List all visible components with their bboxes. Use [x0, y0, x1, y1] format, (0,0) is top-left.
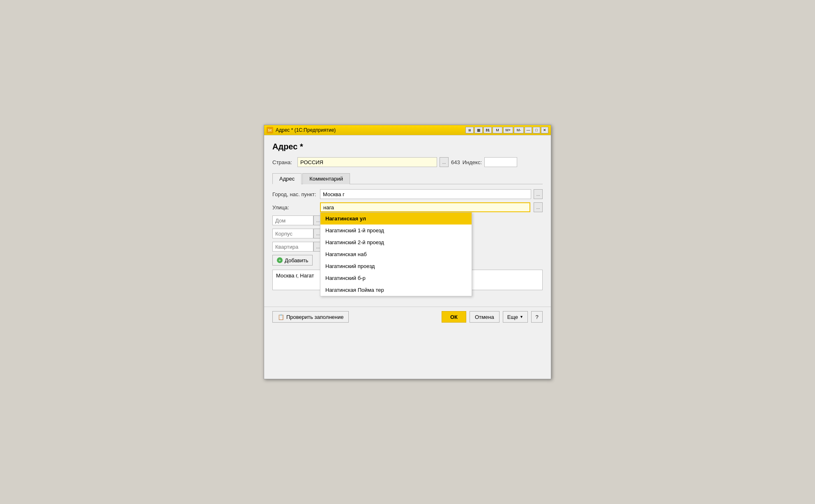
- check-button-label: Проверить заполнение: [286, 314, 343, 320]
- flat-input[interactable]: [272, 242, 313, 252]
- tabs-bar: Адрес Комментарий: [272, 173, 543, 184]
- city-input[interactable]: [320, 189, 531, 199]
- country-row: Страна: ... 643 Индекс:: [272, 157, 543, 167]
- add-icon: +: [277, 257, 283, 263]
- window-title: Адрес * (1С:Предприятие): [276, 127, 463, 133]
- dropdown-item-1[interactable]: Нагатинский 1-й проезд: [320, 225, 472, 236]
- more-button[interactable]: Еще ▼: [503, 311, 528, 323]
- add-button[interactable]: + Добавить: [272, 255, 313, 266]
- tb-mminus[interactable]: M-: [514, 127, 524, 133]
- dropdown-item-5[interactable]: Нагатинский б-р: [320, 272, 472, 284]
- close-button[interactable]: ✕: [541, 127, 548, 133]
- cancel-button[interactable]: Отмена: [470, 311, 500, 323]
- tab-address[interactable]: Адрес: [272, 173, 302, 184]
- form-title: Адрес *: [272, 142, 543, 151]
- street-label: Улица:: [272, 204, 318, 211]
- country-label: Страна:: [272, 159, 295, 165]
- street-row: Улица: Нагатинская ул Нагатинский 1-й пр…: [272, 202, 543, 212]
- maximize-button[interactable]: □: [533, 127, 540, 133]
- footer-left: 📋 Проверить заполнение: [272, 311, 438, 323]
- dropdown-item-3[interactable]: Нагатинская наб: [320, 248, 472, 260]
- chevron-down-icon: ▼: [520, 315, 523, 319]
- summary-text: Москва г, Нагат: [276, 273, 314, 279]
- app-icon: 1с: [267, 127, 273, 133]
- dropdown-item-6[interactable]: Нагатинская Пойма тер: [320, 284, 472, 296]
- korpus-input[interactable]: [272, 229, 313, 238]
- street-wrapper: Нагатинская ул Нагатинский 1-й проезд На…: [320, 202, 530, 212]
- add-button-label: Добавить: [285, 257, 308, 263]
- tb-icon2[interactable]: ▦: [474, 127, 483, 133]
- address-section: Город, нас. пункт: ... Улица: Нагатинска…: [272, 189, 543, 300]
- country-code: 643: [451, 159, 460, 165]
- tb-mplus[interactable]: M+: [503, 127, 513, 133]
- title-bar: 1с Адрес * (1С:Предприятие) ⊞ ▦ 31 M M+ …: [264, 125, 551, 135]
- tb-icon3[interactable]: 31: [483, 127, 492, 133]
- street-input[interactable]: [320, 202, 530, 212]
- form-content: Адрес * Страна: ... 643 Индекс: Адрес Ко…: [264, 135, 551, 307]
- index-label: Индекс:: [463, 159, 482, 165]
- help-button[interactable]: ?: [531, 311, 543, 323]
- minimize-button[interactable]: —: [525, 127, 532, 133]
- korpus-group: ...: [272, 229, 322, 238]
- ok-button[interactable]: ОК: [442, 311, 466, 323]
- check-button[interactable]: 📋 Проверить заполнение: [272, 311, 349, 323]
- dropdown-item-2[interactable]: Нагатинский 2-й проезд: [320, 236, 472, 248]
- city-label: Город, нас. пункт:: [272, 191, 318, 197]
- tb-icon1[interactable]: ⊞: [465, 127, 474, 133]
- country-input[interactable]: [297, 157, 437, 167]
- dropdown-item-4[interactable]: Нагатинский проезд: [320, 260, 472, 272]
- flat-group: ...: [272, 242, 322, 252]
- house-group: ...: [272, 215, 322, 225]
- check-icon: 📋: [278, 314, 284, 320]
- footer-bar: 📋 Проверить заполнение ОК Отмена Еще ▼ ?: [264, 307, 551, 327]
- title-bar-controls: ⊞ ▦ 31 M M+ M- — □ ✕: [465, 127, 548, 133]
- dropdown-item-0[interactable]: Нагатинская ул: [320, 213, 472, 225]
- tab-comment[interactable]: Комментарий: [302, 173, 350, 184]
- house-input[interactable]: [272, 215, 313, 225]
- index-input[interactable]: [484, 157, 517, 167]
- street-dropdown: Нагатинская ул Нагатинский 1-й проезд На…: [320, 212, 472, 296]
- city-row: Город, нас. пункт: ...: [272, 189, 543, 199]
- street-browse-button[interactable]: ...: [534, 202, 543, 212]
- city-browse-button[interactable]: ...: [534, 189, 543, 199]
- main-window: 1с Адрес * (1С:Предприятие) ⊞ ▦ 31 M M+ …: [264, 125, 551, 379]
- tb-m[interactable]: M: [493, 127, 502, 133]
- country-browse-button[interactable]: ...: [440, 157, 449, 167]
